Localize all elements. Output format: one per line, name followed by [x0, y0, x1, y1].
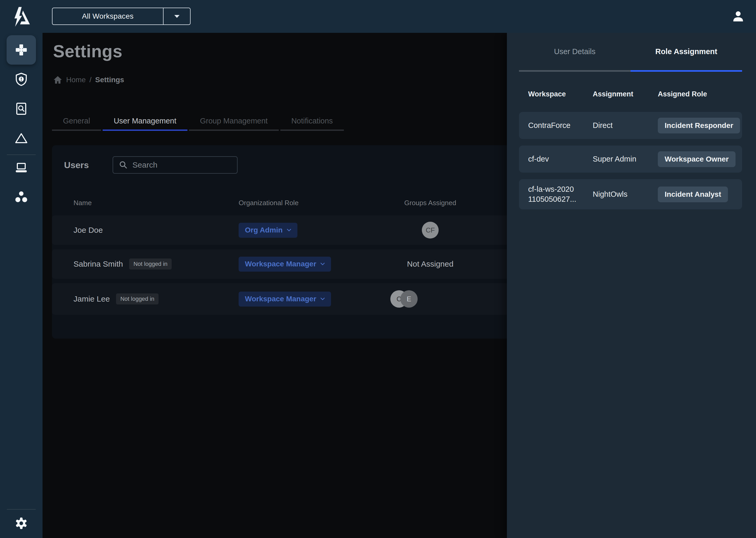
users-search[interactable]	[113, 156, 238, 174]
laptop-icon	[14, 160, 28, 175]
column-assignment: Assignment	[593, 90, 658, 98]
cluster-icon	[14, 190, 28, 204]
group-avatar: CF	[422, 222, 439, 239]
users-card: Users Name Organizational Role Groups As…	[52, 145, 532, 339]
org-role-dropdown[interactable]: Workspace Manager	[239, 257, 331, 272]
column-org-role: Organizational Role	[239, 199, 386, 207]
page-title: Settings	[53, 41, 122, 61]
shield-alert-icon	[14, 72, 28, 87]
chevron-down-icon	[320, 263, 325, 265]
breadcrumb-current: Settings	[95, 76, 124, 84]
sidebar-item-devices[interactable]	[14, 160, 28, 175]
user-row-sabrina-smith[interactable]: Sabrina Smith Not logged in Workspace Ma…	[52, 249, 532, 279]
app-logo[interactable]	[11, 6, 31, 28]
users-table-body: Joe Doe Org Admin CF Sabr	[52, 215, 532, 315]
topbar: All Workspaces	[0, 0, 756, 33]
workspace-selector-label: All Workspaces	[53, 8, 163, 25]
drawer-tabs: User Details Role Assignment	[519, 33, 742, 72]
assignment-row-contraforce: ContraForce Direct Incident Responder	[519, 112, 742, 139]
tab-role-assignment[interactable]: Role Assignment	[631, 33, 742, 72]
assignment-row-cf-la-ws: cf-la-ws-2020 1105050627... NightOwls In…	[519, 179, 742, 209]
org-role-dropdown[interactable]: Workspace Manager	[239, 292, 331, 306]
person-icon	[731, 10, 745, 23]
assignment-value: Super Admin	[593, 155, 658, 163]
search-icon	[119, 161, 128, 169]
column-assigned-role: Assigned Role	[658, 90, 742, 98]
user-name: Joe Doe	[73, 226, 103, 235]
settings-tabs: General User Management Group Management…	[52, 112, 344, 131]
tab-notifications[interactable]: Notifications	[280, 112, 344, 131]
chevron-down-icon	[320, 297, 325, 300]
status-badge: Not logged in	[116, 294, 159, 304]
column-name: Name	[73, 199, 239, 207]
account-button[interactable]	[731, 9, 745, 24]
tab-general[interactable]: General	[52, 112, 101, 131]
workspace-name-line2: 1105050627...	[528, 195, 576, 203]
assigned-role-chip: Incident Responder	[658, 118, 740, 134]
tab-user-management[interactable]: User Management	[103, 112, 187, 131]
group-avatar: E	[400, 290, 418, 308]
role-assignment-drawer: User Details Role Assignment Workspace A…	[507, 33, 756, 538]
sidebar	[0, 33, 42, 538]
tab-group-management[interactable]: Group Management	[189, 112, 279, 131]
assigned-role-chip: Workspace Owner	[658, 151, 735, 167]
sidebar-divider	[7, 154, 36, 155]
status-badge: Not logged in	[129, 258, 172, 270]
assigned-role-chip: Incident Analyst	[658, 187, 728, 202]
user-name: Jamie Lee	[73, 295, 110, 303]
search-input[interactable]	[132, 161, 234, 169]
assignment-value: NightOwls	[593, 190, 658, 198]
groups-not-assigned: Not Assigned	[407, 259, 453, 268]
column-groups: Groups Assigned	[386, 199, 475, 207]
sidebar-item-active[interactable]	[7, 35, 36, 65]
gear-icon	[14, 516, 28, 531]
sidebar-divider-bottom	[7, 509, 36, 510]
document-search-icon	[14, 101, 28, 116]
workspace-name-line1: cf-la-ws-2020	[528, 185, 574, 193]
triangle-icon	[14, 131, 28, 145]
users-heading: Users	[64, 160, 89, 170]
assignment-row-cf-dev: cf-dev Super Admin Workspace Owner	[519, 145, 742, 173]
column-workspace: Workspace	[528, 90, 593, 98]
breadcrumb-home-link[interactable]: Home	[66, 76, 86, 84]
chevron-down-icon	[287, 229, 291, 232]
sidebar-item-security[interactable]	[14, 72, 28, 87]
breadcrumb: Home / Settings	[53, 76, 124, 84]
tab-user-details[interactable]: User Details	[519, 33, 631, 72]
workspace-selector[interactable]: All Workspaces	[52, 8, 191, 25]
sidebar-item-investigate[interactable]	[14, 101, 28, 116]
home-icon[interactable]	[53, 76, 63, 84]
user-row-joe-doe[interactable]: Joe Doe Org Admin CF	[52, 215, 532, 245]
assignment-value: Direct	[593, 121, 658, 130]
users-card-header: Users	[52, 145, 532, 174]
sidebar-item-settings[interactable]	[14, 516, 28, 531]
org-role-label: Workspace Manager	[245, 260, 316, 268]
breadcrumb-separator: /	[89, 76, 92, 84]
user-name: Sabrina Smith	[73, 259, 123, 268]
caret-down-icon[interactable]	[164, 8, 190, 25]
workspace-name: cf-dev	[528, 154, 593, 164]
sidebar-item-groups[interactable]	[14, 190, 28, 204]
group-avatar-group: C E	[390, 290, 418, 308]
users-table-header: Name Organizational Role Groups Assigned	[52, 199, 532, 207]
sidebar-item-change-history[interactable]	[14, 131, 28, 145]
org-role-label: Workspace Manager	[245, 295, 316, 303]
drawer-table-body: ContraForce Direct Incident Responder cf…	[519, 112, 742, 209]
user-row-jamie-lee[interactable]: Jamie Lee Not logged in Workspace Manage…	[52, 283, 532, 315]
workspace-name: ContraForce	[528, 121, 593, 131]
org-role-dropdown[interactable]: Org Admin	[239, 223, 298, 238]
dpad-cross-icon	[14, 42, 28, 57]
app-window: All Workspaces	[0, 0, 756, 538]
workspace-name: cf-la-ws-2020 1105050627...	[528, 185, 593, 204]
drawer-table-header: Workspace Assignment Assigned Role	[519, 90, 742, 98]
org-role-label: Org Admin	[245, 226, 283, 234]
